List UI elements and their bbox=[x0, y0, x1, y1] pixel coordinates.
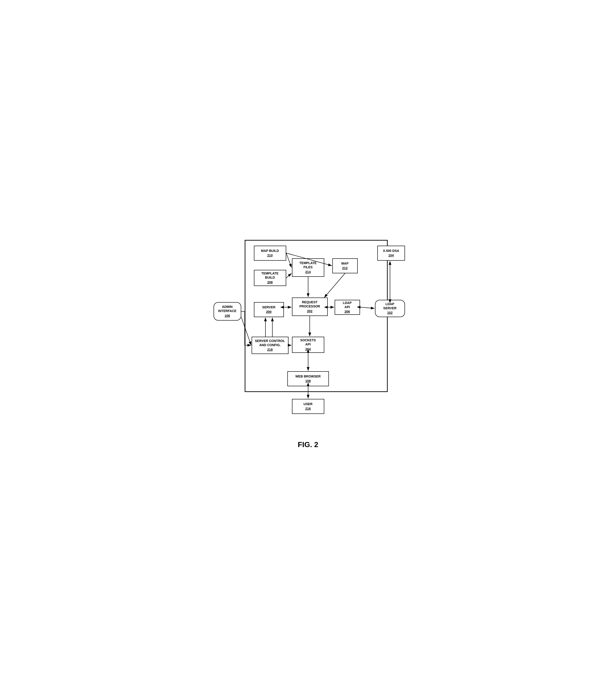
admin-interface-box: ADMIN INTERFACE 106 bbox=[214, 302, 241, 321]
server-control-label: SERVER CONTROL AND CONFIG. bbox=[255, 339, 285, 347]
template-files-ref: 214 bbox=[305, 270, 311, 274]
x500-dsa-box: X.500 DSA 104 bbox=[377, 246, 405, 261]
diagram-area: ADMIN INTERFACE 106 MAP BUILD 210 TEMPLA… bbox=[209, 235, 407, 433]
ldap-server-ref: 102 bbox=[387, 311, 393, 315]
ldap-api-ref: 206 bbox=[345, 310, 350, 314]
template-files-box: TEMPLATE FILES 214 bbox=[292, 258, 324, 277]
user-ref: 216 bbox=[305, 407, 311, 411]
x500-dsa-ref: 104 bbox=[388, 253, 394, 257]
map-label: MAP bbox=[341, 261, 349, 266]
page-container: ADMIN INTERFACE 106 MAP BUILD 210 TEMPLA… bbox=[204, 235, 412, 449]
ldap-server-box: LDAP SERVER 102 bbox=[375, 300, 405, 317]
map-ref: 212 bbox=[342, 266, 348, 270]
server-control-box: SERVER CONTROL AND CONFIG. 218 bbox=[251, 337, 288, 354]
web-browser-ref: 108 bbox=[305, 379, 311, 383]
web-browser-label: WEB BROWSER bbox=[295, 374, 321, 379]
user-label: USER bbox=[304, 402, 312, 406]
request-processor-label: REQUEST PROCESSOR bbox=[299, 300, 320, 309]
web-browser-box: WEB BROWSER 108 bbox=[287, 371, 329, 386]
fig-caption: FIG. 2 bbox=[298, 440, 318, 449]
map-box: MAP 212 bbox=[332, 258, 358, 273]
user-box: USER 216 bbox=[292, 399, 324, 414]
map-build-box: MAP BUILD 210 bbox=[254, 246, 286, 261]
template-files-label: TEMPLATE FILES bbox=[299, 261, 316, 269]
admin-interface-label: ADMIN INTERFACE bbox=[218, 305, 236, 313]
map-build-ref: 210 bbox=[267, 253, 272, 257]
server-ref: 200 bbox=[266, 310, 271, 314]
server-label: SERVER bbox=[262, 305, 276, 309]
map-build-label: MAP BUILD bbox=[261, 249, 279, 253]
template-build-box: TEMPLATE BUILD 208 bbox=[254, 270, 286, 286]
template-build-ref: 208 bbox=[267, 280, 272, 284]
server-box: SERVER 200 bbox=[254, 302, 284, 317]
sockets-api-box: SOCKETS API 204 bbox=[292, 337, 324, 353]
request-processor-ref: 202 bbox=[307, 309, 312, 313]
admin-interface-ref: 106 bbox=[225, 314, 230, 318]
ldap-api-box: LDAP API 206 bbox=[335, 300, 360, 315]
ldap-server-label: LDAP SERVER bbox=[383, 302, 396, 310]
server-control-ref: 218 bbox=[267, 347, 272, 352]
ldap-api-label: LDAP API bbox=[343, 301, 351, 309]
x500-dsa-label: X.500 DSA bbox=[383, 249, 399, 253]
template-build-label: TEMPLATE BUILD bbox=[261, 271, 278, 279]
request-processor-box: REQUEST PROCESSOR 202 bbox=[292, 298, 328, 316]
sockets-api-ref: 204 bbox=[305, 347, 311, 351]
sockets-api-label: SOCKETS API bbox=[300, 338, 316, 346]
